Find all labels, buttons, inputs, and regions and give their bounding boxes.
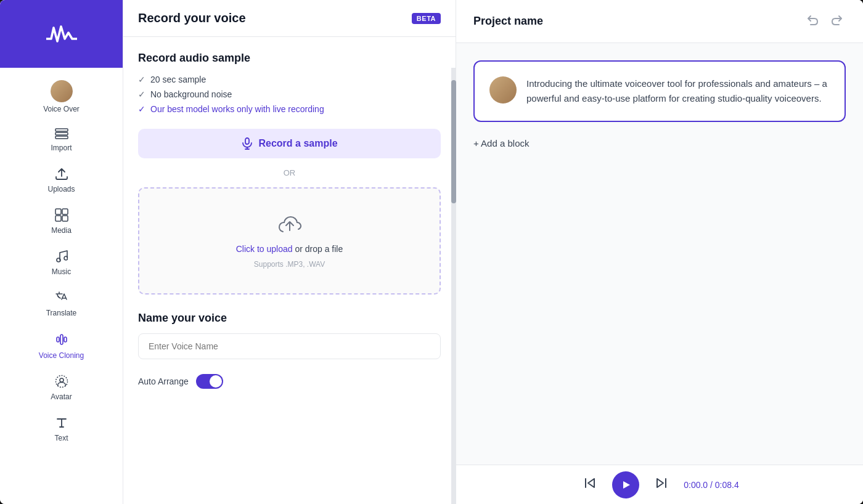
- svg-rect-11: [64, 337, 67, 342]
- svg-rect-4: [62, 209, 68, 214]
- checklist-item-2: ✓ No background noise: [138, 89, 441, 99]
- audio-sample-title: Record audio sample: [138, 52, 441, 65]
- checklist-text-1: 20 sec sample: [150, 75, 206, 84]
- checklist-text-2: No background noise: [150, 89, 232, 99]
- panel-scrollbar-thumb: [451, 80, 456, 203]
- sidebar: Voice Over Import Uploads: [0, 0, 123, 504]
- upload-text[interactable]: Click to upload or drop a file: [236, 244, 343, 254]
- undo-button[interactable]: [804, 11, 821, 31]
- sidebar-item-label: Import: [51, 144, 72, 152]
- sidebar-item-voice-cloning[interactable]: Voice Cloning: [6, 326, 117, 366]
- svg-point-13: [60, 378, 63, 382]
- avatar-icon: [55, 375, 68, 390]
- checklist-text-3: Our best model works only with live reco…: [150, 104, 324, 114]
- text-icon: [55, 416, 68, 431]
- sidebar-item-label: Music: [52, 267, 71, 276]
- checklist-item-1: ✓ 20 sec sample: [138, 75, 441, 84]
- sidebar-item-translate[interactable]: Translate: [6, 285, 117, 323]
- undo-icon: [806, 14, 819, 26]
- record-sample-button[interactable]: Record a sample: [138, 129, 441, 158]
- svg-rect-14: [245, 138, 249, 144]
- play-icon: [620, 479, 631, 490]
- voice-block[interactable]: Introducing the ultimate voiceover tool …: [473, 60, 846, 122]
- upload-click-link[interactable]: Click to upload: [236, 244, 293, 254]
- voice-name-input[interactable]: [138, 333, 441, 359]
- uploads-icon: [55, 167, 68, 182]
- player-bar: 0:00.0 / 0:08.4: [456, 465, 863, 504]
- record-panel: Record your voice BETA Record audio samp…: [123, 0, 456, 504]
- sidebar-item-label: Voice Over: [43, 105, 80, 113]
- sidebar-item-voice-over[interactable]: Voice Over: [6, 74, 117, 120]
- music-icon: [55, 250, 68, 265]
- microphone-icon: [241, 137, 253, 150]
- sidebar-item-uploads[interactable]: Uploads: [6, 161, 117, 200]
- sidebar-nav: Voice Over Import Uploads: [0, 68, 123, 455]
- name-section-title: Name your voice: [138, 312, 441, 325]
- sidebar-item-label: Translate: [46, 309, 77, 317]
- svg-rect-5: [55, 216, 61, 221]
- sidebar-item-media[interactable]: Media: [6, 202, 117, 241]
- svg-rect-9: [57, 337, 59, 342]
- upload-hint: Supports .MP3, .WAV: [254, 260, 325, 269]
- sidebar-item-label: Avatar: [51, 392, 72, 401]
- auto-arrange-row: Auto Arrange: [138, 374, 441, 389]
- upload-drop-text: or drop a file: [293, 244, 343, 254]
- sidebar-item-music[interactable]: Music: [6, 243, 117, 282]
- checklist-item-3: ✓ Our best model works only with live re…: [138, 104, 441, 114]
- upload-zone[interactable]: Click to upload or drop a file Supports …: [138, 187, 441, 295]
- sidebar-item-label: Text: [54, 434, 68, 442]
- panel-header: Record your voice BETA: [123, 0, 456, 37]
- redo-icon: [831, 14, 843, 26]
- sidebar-item-text[interactable]: Text: [6, 410, 117, 449]
- beta-badge: BETA: [412, 13, 441, 24]
- add-block-button[interactable]: + Add a block: [473, 132, 529, 155]
- media-icon: [55, 208, 68, 224]
- project-name: Project name: [473, 15, 543, 28]
- user-avatar: [51, 80, 73, 102]
- panel-wrapper: Record your voice BETA Record audio samp…: [123, 0, 456, 504]
- skip-forward-button[interactable]: [652, 473, 671, 496]
- skip-forward-icon: [654, 476, 669, 490]
- current-time: 0:00.0: [684, 480, 708, 490]
- redo-button[interactable]: [828, 11, 846, 31]
- sidebar-item-label: Uploads: [47, 185, 75, 193]
- auto-arrange-label: Auto Arrange: [138, 376, 189, 386]
- toggle-thumb: [210, 375, 222, 388]
- main-content: Project name Introdu: [456, 0, 863, 504]
- translate-icon: [55, 291, 68, 306]
- time-separator: /: [708, 480, 715, 490]
- panel-title: Record your voice: [138, 11, 246, 25]
- svg-rect-10: [60, 335, 63, 344]
- svg-rect-3: [55, 209, 61, 214]
- auto-arrange-toggle[interactable]: [196, 374, 223, 389]
- sidebar-item-avatar[interactable]: Avatar: [6, 368, 117, 407]
- block-text: Introducing the ultimate voiceover tool …: [526, 76, 830, 106]
- import-icon: [55, 128, 68, 141]
- block-avatar: [489, 76, 517, 104]
- header-actions: [804, 11, 846, 31]
- check-icon-2: ✓: [138, 89, 145, 99]
- skip-back-icon: [583, 476, 597, 490]
- total-time: 0:08.4: [715, 480, 739, 490]
- sidebar-item-label: Media: [51, 226, 72, 235]
- sidebar-item-import[interactable]: Import: [6, 122, 117, 158]
- play-button[interactable]: [612, 471, 639, 498]
- svg-rect-6: [62, 216, 68, 221]
- svg-rect-0: [55, 129, 68, 131]
- player-time: 0:00.0 / 0:08.4: [684, 480, 739, 490]
- svg-rect-2: [55, 136, 68, 139]
- svg-rect-1: [55, 132, 68, 135]
- panel-scrollbar[interactable]: [451, 68, 456, 504]
- or-divider: OR: [138, 168, 441, 177]
- sidebar-item-label: Voice Cloning: [39, 351, 84, 360]
- check-icon-3: ✓: [138, 104, 145, 114]
- voice-cloning-icon: [54, 332, 69, 349]
- sidebar-logo: [0, 0, 123, 68]
- check-icon-1: ✓: [138, 75, 145, 84]
- upload-cloud-icon: [276, 213, 303, 238]
- record-btn-label: Record a sample: [258, 138, 337, 149]
- main-body: Introducing the ultimate voiceover tool …: [456, 43, 863, 465]
- main-header: Project name: [456, 0, 863, 43]
- skip-back-button[interactable]: [580, 473, 600, 496]
- panel-content: Record audio sample ✓ 20 sec sample ✓ No…: [123, 37, 456, 504]
